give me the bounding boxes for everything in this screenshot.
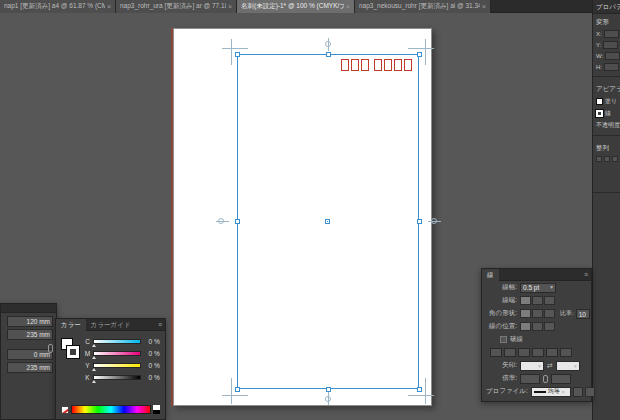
align-right-button[interactable] (612, 156, 618, 162)
appearance-section-title: アピアランス (593, 81, 620, 95)
arrowhead-start-dropdown[interactable]: ▾ (520, 361, 544, 371)
slider-knob[interactable] (92, 368, 96, 371)
chevron-down-icon[interactable]: ▾ (550, 283, 553, 292)
w-field[interactable] (605, 52, 620, 60)
magenta-label: M (84, 350, 91, 357)
magenta-slider[interactable] (93, 351, 141, 356)
selection-handle-ne[interactable] (417, 52, 422, 57)
black-white-swatches[interactable] (153, 405, 160, 414)
profile-line-icon (534, 391, 546, 393)
document-tab-4[interactable]: nap3_nekousu_rohr [更新済み] ai @ 31.34 % (C… (355, 0, 491, 13)
dashed-line-checkbox[interactable] (500, 336, 507, 343)
transform-field-1[interactable]: 120 mm (7, 316, 53, 327)
document-tab-2[interactable]: nap3_rohr_ura [更新済み] ar @ 77.18 % (CMYK/… (116, 0, 237, 13)
slider-knob[interactable] (92, 380, 96, 383)
join-bevel-button[interactable] (544, 309, 555, 318)
trim-mark (408, 48, 434, 49)
document-tab-1[interactable]: nap1 [更新済み] a4 @ 61.87 % (CMYK/プレビュー) × (0, 0, 116, 13)
selection-handle-w[interactable] (235, 219, 240, 224)
dash-field[interactable] (518, 348, 530, 357)
close-icon[interactable]: × (228, 3, 232, 10)
selection-handle-n[interactable] (326, 52, 331, 57)
properties-panel-title[interactable]: プロパティ (593, 0, 620, 14)
width-profile-dropdown[interactable]: 均等 ▾ (531, 387, 571, 397)
dash-field[interactable] (490, 348, 502, 357)
illustrator-window: nap1 [更新済み] a4 @ 61.87 % (CMYK/プレビュー) × … (0, 0, 620, 420)
link-icon[interactable] (48, 344, 53, 353)
cyan-slider[interactable] (93, 339, 141, 344)
swap-arrowheads-icon[interactable]: ⇄ (544, 362, 556, 370)
slider-knob[interactable] (92, 356, 96, 359)
color-spectrum-bar[interactable] (71, 405, 151, 414)
yellow-slider[interactable] (93, 363, 141, 368)
panel-header[interactable] (1, 304, 56, 313)
magenta-value[interactable]: 0 (143, 350, 152, 357)
yellow-label: Y (84, 362, 91, 369)
align-stroke-label: 線の位置: (484, 322, 520, 331)
trim-mark (231, 378, 232, 404)
cap-projecting-button[interactable] (544, 296, 555, 305)
selection-handle-e[interactable] (417, 219, 422, 224)
trim-mark (425, 378, 426, 404)
selection-handle-se[interactable] (417, 387, 422, 392)
cyan-value[interactable]: 0 (143, 338, 152, 345)
close-icon[interactable]: × (482, 3, 486, 10)
stroke-swatch[interactable] (596, 110, 603, 117)
arrow-scale-start-field[interactable] (520, 374, 540, 384)
flip-across-button[interactable] (585, 387, 595, 397)
cap-butt-button[interactable] (520, 296, 531, 305)
selection-handle-s[interactable] (326, 387, 331, 392)
corner-row: 角の形状: 比率: 10 (482, 307, 591, 320)
miter-limit-field[interactable]: 10 (576, 309, 590, 319)
tab-color[interactable]: カラー (56, 319, 86, 331)
join-round-button[interactable] (532, 309, 543, 318)
document-tab-label: 名刺(未設定)-1* @ 100 % (CMYK/プレビュー) (241, 2, 344, 11)
align-stroke-outside-button[interactable] (544, 322, 555, 331)
align-left-button[interactable] (596, 156, 602, 162)
cap-label: 線端: (484, 296, 520, 305)
close-icon[interactable]: × (346, 3, 350, 10)
document-tab-label: nap3_nekousu_rohr [更新済み] ai @ 31.34 % (C… (359, 2, 480, 11)
black-slider[interactable] (93, 375, 141, 380)
align-stroke-inside-button[interactable] (532, 322, 543, 331)
document-tab-3-active[interactable]: 名刺(未設定)-1* @ 100 % (CMYK/プレビュー) × (237, 0, 355, 13)
black-value[interactable]: 0 (143, 374, 152, 381)
stroke-weight-field[interactable]: 0.5 pt ▾ (520, 283, 556, 293)
join-miter-button[interactable] (520, 309, 531, 318)
bleed-guide-line (171, 28, 173, 406)
slider-knob[interactable] (92, 344, 96, 347)
arrowhead-end-dropdown[interactable]: ▾ (556, 361, 580, 371)
gap-field[interactable] (504, 348, 516, 357)
tab-stroke[interactable]: 線 (482, 269, 499, 281)
transform-field-3[interactable]: 0 mm (7, 349, 53, 360)
fill-swatch[interactable] (596, 98, 603, 105)
none-color-swatch[interactable] (61, 406, 69, 414)
align-stroke-center-button[interactable] (520, 322, 531, 331)
gap-field[interactable] (560, 348, 572, 357)
yellow-value[interactable]: 0 (143, 362, 152, 369)
flip-along-button[interactable] (573, 387, 583, 397)
y-field[interactable] (603, 41, 618, 49)
arrowheads-label: 矢印: (484, 361, 520, 370)
arrow-scale-end-field[interactable] (551, 374, 571, 384)
x-field[interactable] (604, 30, 619, 38)
close-icon[interactable]: × (107, 3, 111, 10)
panel-menu-icon[interactable]: ≡ (158, 321, 165, 328)
transform-mini-panel: 120 mm 235 mm 0 mm 235 mm (0, 303, 57, 420)
link-icon[interactable] (543, 375, 548, 383)
panel-menu-icon[interactable]: ≡ (584, 271, 591, 278)
h-field[interactable] (604, 63, 619, 71)
align-center-button[interactable] (604, 156, 610, 162)
gap-field[interactable] (532, 348, 544, 357)
tab-color-guide[interactable]: カラーガイド (86, 319, 136, 331)
stroke-proxy-swatch[interactable] (67, 346, 79, 358)
cap-round-button[interactable] (532, 296, 543, 305)
selection-center-point[interactable] (325, 219, 330, 224)
transform-field-2[interactable]: 235 mm (7, 329, 53, 340)
transform-field-4[interactable]: 235 mm (7, 362, 53, 373)
selection-handle-nw[interactable] (235, 52, 240, 57)
selection-handle-sw[interactable] (235, 387, 240, 392)
dash-field[interactable] (546, 348, 558, 357)
profile-row: プロファイル: 均等 ▾ (482, 385, 591, 398)
divider (593, 76, 620, 77)
